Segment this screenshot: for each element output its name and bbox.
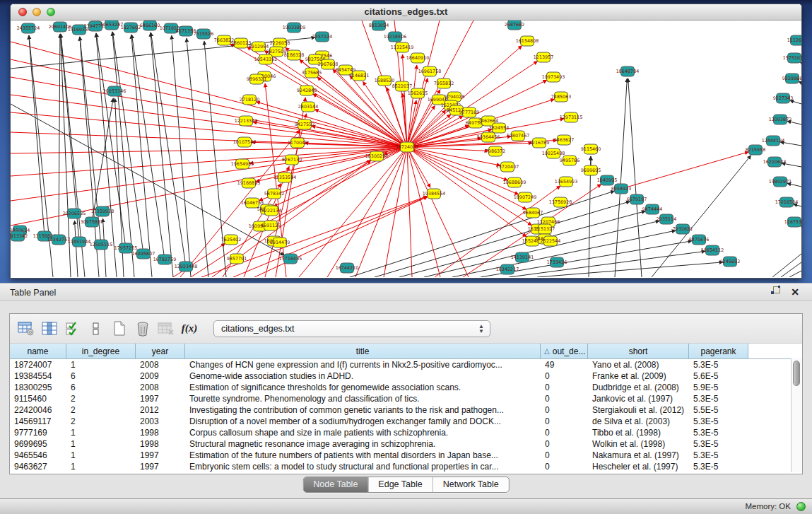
citation-edge-red[interactable] — [11, 147, 407, 176]
table-cell[interactable]: Stergiakouli et al. (2012) — [588, 404, 689, 416]
table-row[interactable]: 946362711997Embryonic stem cells: a mode… — [10, 461, 802, 472]
column-header-year[interactable]: year — [136, 344, 185, 358]
table-cell[interactable]: 2008 — [136, 359, 185, 370]
table-cell[interactable]: 1 — [66, 438, 136, 450]
tab-network-table[interactable]: Network Table — [433, 477, 509, 492]
table-cell[interactable]: Estimation of the future numbers of pati… — [185, 450, 541, 461]
table-cell[interactable]: 5.3E-5 — [689, 359, 748, 370]
delete-column-button[interactable] — [132, 318, 153, 339]
table-cell[interactable]: 1997 — [136, 450, 185, 461]
float-panel-icon[interactable] — [770, 286, 781, 298]
create-column-button[interactable] — [109, 318, 130, 339]
citation-edge-black[interactable] — [789, 271, 801, 277]
table-cell[interactable]: Jankovic et al. (1997) — [588, 393, 689, 404]
close-panel-icon[interactable]: ✕ — [791, 286, 799, 298]
table-cell[interactable]: 0 — [541, 382, 588, 393]
citation-edge-black[interactable] — [187, 38, 208, 277]
column-header-title[interactable]: title — [185, 344, 541, 358]
table-row[interactable]: 1456911722003Disruption of a novel membe… — [10, 416, 802, 427]
delete-table-button[interactable] — [155, 318, 177, 339]
table-cell[interactable]: 5.3E-5 — [689, 450, 748, 461]
table-cell[interactable]: 5.3E-5 — [689, 461, 748, 472]
network-window-titlebar[interactable]: citations_edges.txt — [11, 4, 801, 21]
table-cell[interactable]: Nakamura et al. (1997) — [588, 450, 689, 461]
table-cell[interactable]: 22420046 — [10, 404, 66, 416]
table-cell[interactable]: 5.5E-5 — [689, 404, 748, 416]
citation-network-graph[interactable]: 1872400724355724206914061516933423947712… — [11, 21, 801, 277]
table-cell[interactable]: 2008 — [136, 382, 185, 393]
row-height-button[interactable] — [86, 318, 107, 339]
table-row[interactable]: 1938455462009Genome-wide association stu… — [10, 370, 802, 382]
column-header-out_de[interactable]: △out_de... — [541, 344, 588, 358]
table-cell[interactable]: 2 — [66, 416, 136, 427]
column-header-pagerank[interactable]: pagerank — [689, 344, 748, 358]
citation-edge-red[interactable] — [11, 147, 407, 153]
table-cell[interactable]: 0 — [541, 450, 588, 461]
table-cell[interactable]: 1998 — [136, 438, 185, 450]
table-mode-button[interactable] — [16, 318, 37, 339]
table-cell[interactable]: 5.3E-5 — [689, 438, 748, 450]
table-cell[interactable]: 18724007 — [10, 359, 66, 370]
table-cell[interactable]: Tibbo et al. (1998) — [588, 427, 689, 438]
table-cell[interactable]: 2012 — [136, 404, 185, 416]
table-row[interactable]: 969969511998Structural magnetic resonanc… — [10, 438, 802, 450]
table-cell[interactable]: Tourette syndrome. Phenomenology and cla… — [185, 393, 541, 404]
table-cell[interactable]: 6 — [66, 370, 136, 382]
scrollbar-thumb[interactable] — [793, 361, 800, 386]
table-cell[interactable]: 0 — [541, 404, 588, 416]
table-cell[interactable]: 9463627 — [10, 461, 66, 472]
table-row[interactable]: 977716911998Corpus callosum shape and si… — [10, 427, 802, 438]
citation-edge-black[interactable] — [781, 262, 801, 277]
table-row[interactable]: 1830029562008Estimation of significance … — [10, 382, 802, 393]
table-cell[interactable]: 0 — [541, 416, 588, 427]
table-cell[interactable]: 5.6E-5 — [689, 370, 748, 382]
table-row[interactable]: 946554611997Estimation of the future num… — [10, 450, 802, 461]
tab-node-table[interactable]: Node Table — [303, 477, 368, 492]
citation-edge-black[interactable] — [112, 32, 134, 277]
table-cell[interactable]: 2 — [66, 404, 136, 416]
table-cell[interactable]: 1 — [66, 461, 136, 472]
citation-edge-black[interactable] — [59, 34, 60, 240]
function-builder-button[interactable]: f(x) — [179, 318, 200, 339]
table-cell[interactable]: Wolkin et al. (1998) — [588, 438, 689, 450]
table-cell[interactable]: Corpus callosum shape and size in male p… — [185, 427, 541, 438]
table-cell[interactable]: 0 — [541, 427, 588, 438]
table-cell[interactable]: 14569117 — [10, 416, 66, 427]
tab-edge-table[interactable]: Edge Table — [368, 477, 433, 492]
table-cell[interactable]: 9777169 — [10, 427, 66, 438]
table-cell[interactable]: 2009 — [136, 370, 185, 382]
column-header-name[interactable]: name — [10, 344, 66, 358]
citation-edge-red[interactable] — [407, 147, 440, 277]
table-cell[interactable]: 5.3E-5 — [689, 427, 748, 438]
column-header-short[interactable]: short — [588, 344, 689, 358]
citation-edge-black[interactable] — [628, 78, 642, 277]
table-cell[interactable]: 0 — [541, 370, 588, 382]
table-row[interactable]: 911546021997Tourette syndrome. Phenomeno… — [10, 393, 802, 404]
table-cell[interactable]: Hescheler et al. (1997) — [588, 461, 689, 472]
citation-edge-black[interactable] — [75, 221, 78, 277]
table-cell[interactable]: 49 — [541, 359, 588, 370]
table-cell[interactable]: 5.3E-5 — [689, 393, 748, 404]
citation-edge-red[interactable] — [333, 69, 407, 147]
network-view-window[interactable]: citations_edges.txt 18724007243557242069… — [10, 4, 802, 279]
table-cell[interactable]: 6 — [66, 382, 136, 393]
table-cell[interactable]: 1 — [66, 450, 136, 461]
table-cell[interactable]: 19384554 — [10, 370, 66, 382]
table-cell[interactable]: 9465546 — [10, 450, 66, 461]
table-cell[interactable]: 0 — [541, 438, 588, 450]
citation-edge-red[interactable] — [11, 147, 407, 201]
table-cell[interactable]: 9115460 — [10, 393, 66, 404]
column-header-in_degree[interactable]: in_degree — [66, 344, 136, 358]
table-cell[interactable]: Yano et al. (2008) — [588, 359, 689, 370]
table-cell[interactable]: 1997 — [136, 461, 185, 472]
citation-edge-red[interactable] — [407, 147, 488, 151]
table-panel-titlebar[interactable]: Table Panel — [0, 283, 812, 301]
table-cell[interactable]: 9699695 — [10, 438, 66, 450]
table-cell[interactable]: 2003 — [136, 416, 185, 427]
table-row[interactable]: 2242004622012Investigating the contribut… — [10, 404, 802, 416]
table-cell[interactable]: 0 — [541, 393, 588, 404]
citation-edge-black[interactable] — [131, 35, 165, 259]
table-cell[interactable]: Changes of HCN gene expression and I(f) … — [185, 359, 541, 370]
table-cell[interactable]: 5.9E-5 — [689, 382, 748, 393]
table-cell[interactable]: Embryonic stem cells: a model to study s… — [185, 461, 541, 472]
